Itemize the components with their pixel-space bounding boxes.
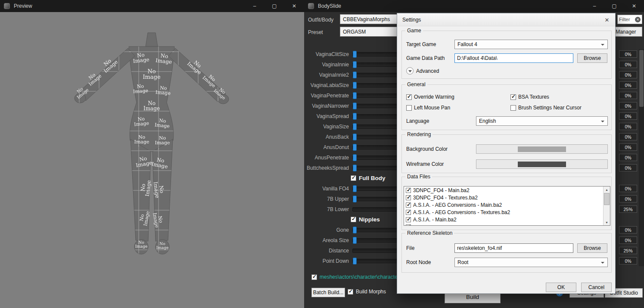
slider-value-field[interactable]: 0% — [619, 185, 637, 192]
slider-value-field[interactable]: 25% — [619, 247, 637, 254]
minimize-button[interactable]: – — [245, 0, 264, 12]
slider-value-field[interactable]: 0% — [619, 143, 637, 151]
data-file-checkbox[interactable] — [406, 202, 411, 208]
slider-value-field[interactable]: 0% — [619, 92, 637, 99]
dialog-close-button[interactable]: ✕ — [601, 15, 613, 25]
data-file-checkbox[interactable] — [406, 188, 411, 193]
game-data-path-input[interactable]: D:\Fallout 4\Data\ — [454, 53, 573, 63]
slider-value-field[interactable]: 0% — [619, 71, 637, 78]
background-color-button[interactable] — [476, 144, 608, 154]
output-mesh-checkbox[interactable] — [311, 274, 317, 280]
wireframe-color-button[interactable] — [476, 159, 608, 169]
checkbox-box-override-warning[interactable] — [406, 94, 412, 100]
slider-value-field[interactable]: 0% — [619, 81, 637, 89]
checkbox-box-brush-settings-near-cursor[interactable] — [510, 105, 516, 111]
slider-scrollbar[interactable] — [639, 49, 644, 266]
build-morphs-option[interactable]: Build Morphs — [348, 289, 386, 295]
slider-handle[interactable] — [353, 227, 357, 233]
data-file-checkbox[interactable] — [406, 217, 411, 222]
slider-label: VaginaClitSize — [304, 49, 349, 59]
filter-input[interactable]: Filter — [617, 15, 642, 24]
slider-handle[interactable] — [353, 237, 357, 244]
close-button[interactable]: ✕ — [284, 0, 304, 12]
batch-build-button[interactable]: Batch Build... — [311, 288, 345, 297]
slider-handle[interactable] — [353, 196, 357, 202]
slider-handle[interactable] — [353, 185, 357, 192]
slider-value-field[interactable]: 0% — [619, 61, 637, 68]
scrollbar-thumb[interactable] — [639, 50, 644, 107]
checkbox-left-mouse-pan[interactable]: Left Mouse Pan — [406, 105, 450, 111]
slider-value-field[interactable]: 25% — [619, 205, 637, 213]
scroll-down-icon[interactable]: ▼ — [604, 219, 610, 225]
maximize-button[interactable]: ▢ — [604, 0, 624, 12]
slider-handle[interactable] — [353, 123, 357, 130]
slider-handle[interactable] — [353, 154, 357, 161]
browse-skeleton-button[interactable]: Browse — [577, 243, 607, 253]
slider-handle[interactable] — [353, 103, 357, 109]
data-file-checkbox[interactable] — [406, 224, 411, 226]
slider-value-field[interactable]: 0% — [619, 50, 637, 58]
advanced-expander-icon[interactable] — [406, 67, 414, 75]
slider-value-field[interactable]: 0% — [619, 102, 637, 109]
slider-label: Vanilla FO4 — [304, 184, 349, 194]
slider-value-field[interactable]: 0% — [619, 154, 637, 161]
data-file-item[interactable]: A.S.I.A. - AEG Conversions - Textures.ba… — [404, 208, 603, 216]
slider-handle[interactable] — [353, 144, 357, 151]
checkbox-label: Brush Settings Near Cursor — [518, 105, 582, 111]
section-checkbox-full-body[interactable] — [351, 175, 356, 181]
slider-value-field[interactable]: 0% — [619, 164, 637, 171]
checkbox-box-bsa-textures[interactable] — [510, 94, 516, 100]
scroll-up-icon[interactable]: ▲ — [604, 187, 610, 193]
section-label: Nipples — [359, 215, 380, 225]
data-file-checkbox[interactable] — [406, 195, 411, 200]
section-checkbox-nipples[interactable] — [351, 217, 356, 222]
data-file-item[interactable]: A.S.I.A. - AEG Conversions - Main.ba2 — [404, 201, 603, 208]
advanced-label[interactable]: Advanced — [416, 68, 439, 74]
data-file-item[interactable]: 3DNPC_FO4 - Main.ba2 — [404, 187, 603, 194]
checkbox-bsa-textures[interactable]: BSA Textures — [510, 94, 549, 100]
data-file-item[interactable]: 3DNPC_FO4 - Textures.ba2 — [404, 194, 603, 201]
data-files-list[interactable]: 3DNPC_FO4 - Main.ba23DNPC_FO4 - Textures… — [404, 186, 610, 226]
preview-titlebar[interactable]: Preview – ▢ ✕ — [0, 0, 304, 12]
slider-handle[interactable] — [353, 82, 357, 89]
target-game-select[interactable]: Fallout 4 — [454, 40, 608, 49]
slider-handle[interactable] — [353, 61, 357, 68]
group-rendering: Rendering Background Color Wireframe Col… — [401, 134, 612, 173]
browse-data-path-button[interactable]: Browse — [577, 53, 607, 63]
slider-value-field[interactable]: 0% — [619, 112, 637, 120]
data-files-scrollbar[interactable]: ▲ ▼ — [603, 187, 610, 225]
bodyslide-titlebar[interactable]: BodySlide – ▢ ✕ — [304, 0, 644, 12]
scrollbar-thumb[interactable] — [604, 193, 610, 205]
skeleton-file-input[interactable]: res\skeleton_fo4.nif — [454, 243, 573, 253]
checkbox-override-warning[interactable]: Override Warning — [406, 94, 454, 100]
slider-value-field[interactable]: 0% — [619, 123, 637, 130]
slider-value-field[interactable]: 0% — [619, 133, 637, 140]
slider-value-field[interactable]: 0% — [619, 236, 637, 244]
data-file-item[interactable] — [404, 223, 603, 226]
maximize-button[interactable]: ▢ — [264, 0, 284, 12]
settings-dialog-titlebar[interactable]: Settings ✕ — [397, 13, 615, 26]
data-file-checkbox[interactable] — [406, 210, 411, 215]
build-morphs-checkbox[interactable] — [348, 289, 353, 295]
minimize-button[interactable]: – — [585, 0, 604, 12]
preview-viewport[interactable]: NoImageNoImageNoImageNoImageNoImageNoIma… — [0, 12, 304, 308]
slider-value-field[interactable]: 0% — [619, 257, 637, 264]
close-button[interactable]: ✕ — [624, 0, 644, 12]
slider-handle[interactable] — [353, 258, 357, 264]
root-node-select[interactable]: Root — [454, 258, 608, 267]
slider-handle[interactable] — [353, 165, 357, 171]
slider-handle[interactable] — [353, 72, 357, 78]
slider-handle[interactable] — [353, 92, 357, 99]
ok-button[interactable]: OK — [546, 283, 576, 292]
checkbox-brush-settings-near-cursor[interactable]: Brush Settings Near Cursor — [510, 105, 582, 111]
clear-filter-icon[interactable] — [635, 17, 641, 22]
slider-handle[interactable] — [353, 51, 357, 58]
language-select[interactable]: English — [476, 116, 608, 126]
slider-handle[interactable] — [353, 113, 357, 120]
slider-value-field[interactable]: 0% — [619, 226, 637, 233]
slider-handle[interactable] — [353, 134, 357, 140]
slider-value-field[interactable]: 0% — [619, 195, 637, 202]
data-file-item[interactable]: A.S.I.A. - Main.ba2 — [404, 216, 603, 223]
cancel-button[interactable]: Cancel — [581, 283, 612, 292]
checkbox-box-left-mouse-pan[interactable] — [406, 105, 412, 111]
